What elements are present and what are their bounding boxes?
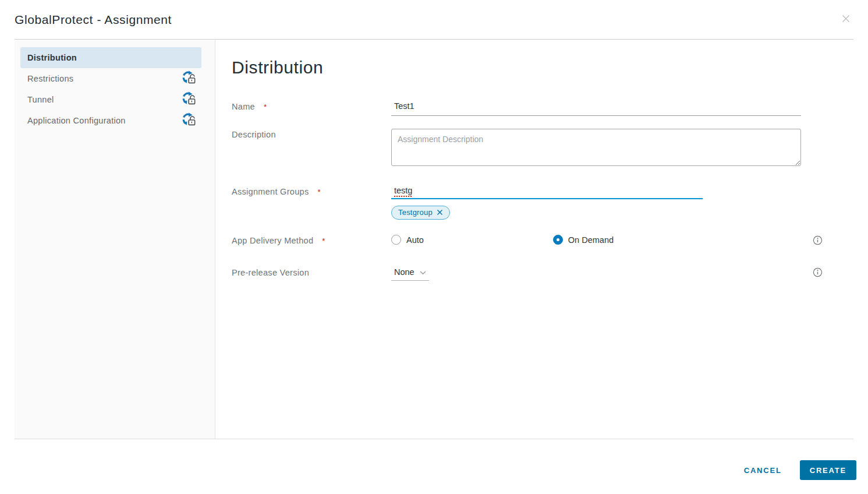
content-panel: Distribution Name* Description [215, 40, 853, 439]
app-delivery-method-label: App Delivery Method* [232, 235, 391, 245]
info-icon[interactable] [813, 267, 823, 280]
sidebar-item-distribution[interactable]: Distribution [20, 47, 201, 68]
required-asterisk: * [322, 237, 325, 245]
description-row: Description [232, 129, 853, 168]
radio-on-demand-label: On Demand [568, 235, 614, 245]
group-chip-label: Testgroup [398, 208, 433, 217]
assignment-groups-row: Assignment Groups* testg Testgroup [232, 186, 853, 220]
name-label: Name* [232, 101, 391, 111]
required-asterisk: * [264, 103, 267, 111]
pre-release-version-label: Pre-release Version [232, 267, 391, 277]
radio-auto-label: Auto [406, 235, 424, 245]
page-title: Distribution [232, 58, 853, 77]
radio-checked-icon [553, 235, 563, 245]
name-row: Name* [232, 101, 853, 116]
assignment-groups-input-text: testg [394, 186, 412, 195]
override-unlocked-icon [181, 91, 199, 108]
sidebar: Distribution Restrictions [15, 40, 215, 439]
close-icon [841, 13, 851, 26]
dropdown-value: None [394, 267, 414, 277]
app-delivery-method-options: Auto On Demand [391, 235, 801, 245]
cancel-button[interactable]: CANCEL [742, 461, 784, 479]
assignment-groups-label: Assignment Groups* [232, 186, 391, 196]
override-unlocked-icon [181, 112, 199, 129]
radio-unchecked-icon [391, 235, 401, 245]
create-button[interactable]: CREATE [800, 460, 856, 480]
sidebar-item-label: Application Configuration [27, 116, 126, 125]
app-delivery-method-row: App Delivery Method* Auto On Demand [232, 235, 853, 248]
pre-release-version-dropdown[interactable]: None [391, 267, 429, 281]
sidebar-item-label: Restrictions [27, 74, 73, 83]
dialog-title: GlobalProtect - Assignment [15, 13, 172, 27]
sidebar-item-restrictions[interactable]: Restrictions [20, 68, 201, 89]
override-unlocked-icon [181, 70, 199, 87]
info-icon[interactable] [813, 235, 823, 248]
sidebar-item-application-configuration[interactable]: Application Configuration [20, 110, 201, 131]
selected-groups: Testgroup [391, 206, 801, 220]
description-textarea[interactable] [391, 129, 801, 166]
titlebar: GlobalProtect - Assignment [15, 0, 853, 40]
radio-on-demand[interactable]: On Demand [553, 235, 614, 245]
globalprotect-assignment-dialog: GlobalProtect - Assignment Distribution … [0, 0, 868, 494]
sidebar-item-label: Tunnel [27, 95, 54, 104]
close-button[interactable] [838, 11, 853, 28]
assignment-groups-input[interactable]: testg [391, 186, 703, 199]
sidebar-item-label: Distribution [27, 53, 77, 62]
group-chip-testgroup[interactable]: Testgroup [391, 206, 450, 220]
dialog-body: Distribution Restrictions [15, 40, 853, 439]
radio-auto[interactable]: Auto [391, 235, 424, 245]
dialog-footer: CANCEL CREATE [0, 439, 868, 494]
sidebar-item-tunnel[interactable]: Tunnel [20, 89, 201, 110]
description-label: Description [232, 129, 391, 139]
required-asterisk: * [317, 188, 320, 196]
name-input[interactable] [391, 101, 801, 116]
chip-remove-icon[interactable] [437, 209, 443, 216]
pre-release-version-row: Pre-release Version None [232, 267, 853, 281]
chevron-down-icon [420, 267, 426, 277]
